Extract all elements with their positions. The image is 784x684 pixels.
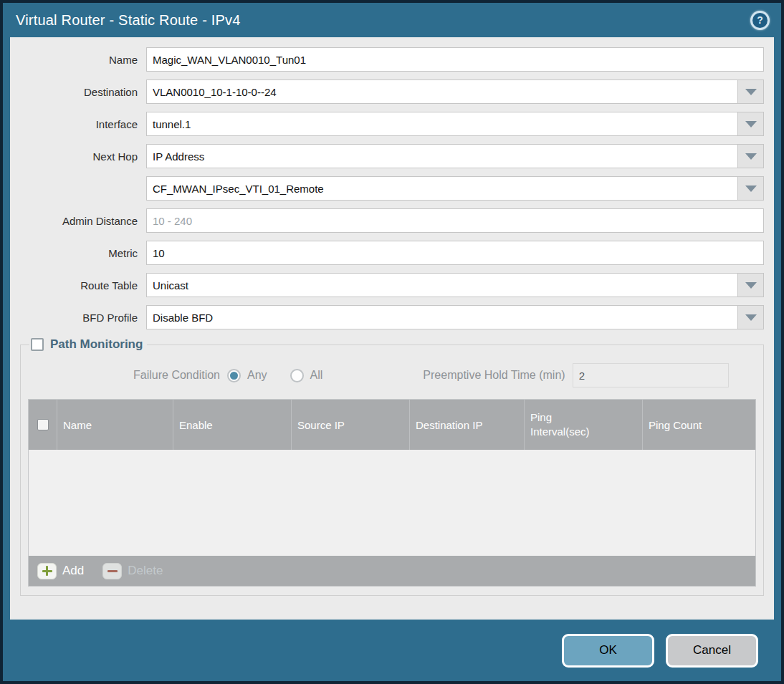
route-table-row: Route Table	[20, 273, 764, 297]
next-hop-address-row	[20, 176, 764, 201]
admin-distance-label: Admin Distance	[20, 215, 146, 227]
ping-interval-header-text: Ping Interval(sec)	[530, 410, 603, 440]
path-monitoring-section: Path Monitoring Failure Condition Any Al…	[20, 337, 764, 596]
question-mark-glyph: ?	[752, 13, 768, 28]
metric-label: Metric	[20, 247, 146, 259]
route-table-label: Route Table	[20, 279, 146, 292]
route-table-input[interactable]	[146, 273, 738, 297]
failure-condition-row: Failure Condition Any All Preemptive Hol…	[28, 363, 756, 387]
interface-label: Interface	[20, 118, 146, 130]
column-header-destination-ip[interactable]: Destination IP	[410, 400, 525, 450]
radio-all-label: All	[310, 369, 323, 382]
dialog-content: Name Destination Interface	[10, 37, 774, 620]
add-button[interactable]: Add	[37, 563, 84, 579]
path-monitoring-table: Name Enable Source IP Destination IP Pin…	[28, 399, 756, 587]
column-header-name[interactable]: Name	[57, 400, 173, 450]
failure-condition-any-radio[interactable]: Any	[227, 369, 267, 382]
cancel-button[interactable]: Cancel	[666, 634, 758, 668]
next-hop-type-input[interactable]	[146, 144, 738, 168]
static-route-dialog: Virtual Router - Static Route - IPv4 ? N…	[3, 3, 781, 681]
destination-label: Destination	[20, 86, 146, 98]
column-header-ping-interval[interactable]: Ping Interval(sec)	[525, 400, 643, 450]
ok-button[interactable]: OK	[562, 634, 654, 668]
radio-unselected-icon	[290, 369, 304, 382]
destination-input[interactable]	[146, 80, 738, 104]
name-label: Name	[20, 54, 146, 66]
destination-row: Destination	[20, 80, 764, 104]
bfd-profile-dropdown-button[interactable]	[738, 305, 764, 329]
header-checkbox-cell	[29, 400, 57, 450]
dialog-titlebar: Virtual Router - Static Route - IPv4 ?	[3, 3, 781, 37]
route-table-dropdown-button[interactable]	[738, 273, 764, 297]
next-hop-address-dropdown-button[interactable]	[738, 176, 764, 201]
preemptive-hold-input[interactable]	[573, 363, 729, 387]
path-monitoring-legend: Path Monitoring	[29, 337, 147, 352]
next-hop-address-input[interactable]	[146, 176, 738, 201]
minus-icon	[102, 563, 122, 579]
interface-input[interactable]	[146, 112, 738, 136]
failure-condition-all-radio[interactable]: All	[290, 369, 323, 382]
delete-button-label: Delete	[128, 564, 163, 578]
column-header-ping-count[interactable]: Ping Count	[643, 400, 755, 450]
plus-icon	[37, 563, 57, 579]
destination-dropdown-button[interactable]	[738, 80, 764, 104]
chevron-down-icon	[745, 186, 757, 192]
next-hop-dropdown-button[interactable]	[738, 144, 764, 168]
chevron-down-icon	[745, 282, 757, 289]
help-icon[interactable]: ?	[750, 11, 770, 30]
chevron-down-icon	[745, 89, 757, 95]
path-monitoring-checkbox[interactable]	[31, 338, 44, 351]
table-body-empty[interactable]	[29, 450, 755, 556]
column-header-source-ip[interactable]: Source IP	[292, 400, 410, 450]
name-row: Name	[20, 47, 764, 72]
preemptive-hold-label: Preemptive Hold Time (min)	[423, 369, 572, 382]
admin-distance-input[interactable]	[146, 208, 764, 233]
chevron-down-icon	[745, 153, 757, 160]
metric-input[interactable]	[146, 241, 764, 265]
dialog-title: Virtual Router - Static Route - IPv4	[16, 12, 241, 29]
add-button-label: Add	[62, 564, 84, 578]
radio-selected-icon	[227, 369, 241, 382]
dialog-frame: Virtual Router - Static Route - IPv4 ? N…	[0, 0, 784, 684]
table-footer-bar: Add Delete	[29, 556, 755, 586]
dialog-footer: OK Cancel	[3, 620, 781, 681]
next-hop-row: Next Hop	[20, 144, 764, 168]
bfd-profile-row: BFD Profile	[20, 305, 764, 329]
interface-row: Interface	[20, 112, 764, 136]
admin-distance-row: Admin Distance	[20, 208, 764, 233]
interface-dropdown-button[interactable]	[738, 112, 764, 136]
bfd-profile-input[interactable]	[146, 305, 738, 329]
chevron-down-icon	[745, 121, 757, 127]
next-hop-label: Next Hop	[20, 150, 146, 163]
table-header-row: Name Enable Source IP Destination IP Pin…	[29, 400, 755, 450]
select-all-checkbox[interactable]	[37, 419, 49, 430]
radio-any-label: Any	[247, 369, 267, 382]
metric-row: Metric	[20, 241, 764, 265]
name-input[interactable]	[146, 47, 764, 72]
path-monitoring-title: Path Monitoring	[50, 337, 143, 352]
column-header-enable[interactable]: Enable	[173, 400, 292, 450]
radio-dot	[230, 372, 238, 380]
bfd-profile-label: BFD Profile	[20, 312, 146, 324]
chevron-down-icon	[745, 314, 757, 321]
failure-condition-label: Failure Condition	[28, 369, 227, 382]
delete-button[interactable]: Delete	[102, 563, 163, 579]
